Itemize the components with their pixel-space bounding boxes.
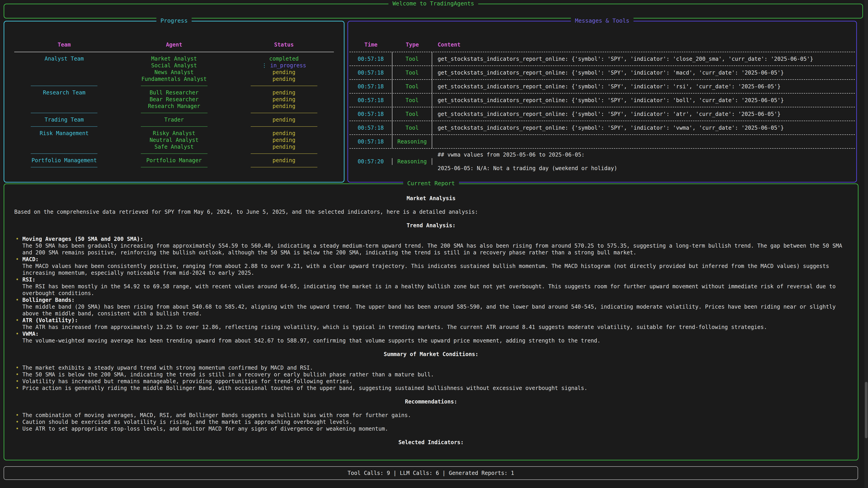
message-content: get_stockstats_indicators_report_online:… (432, 56, 855, 62)
report-intro: Based on the comprehensive data retrieve… (14, 208, 848, 215)
col-header-time: Time (349, 41, 393, 48)
progress-table: Team Agent Status Analyst Team Market An… (4, 22, 344, 170)
status-badge: ⋮in_progress (234, 62, 334, 69)
agent-name: Risky Analyst (114, 130, 234, 137)
agent-name: Neutral Analyst (114, 137, 234, 143)
list-item: ATR (Volatility): The ATR has increased … (14, 317, 848, 330)
report-heading-market-analysis: Market Analysis (14, 195, 848, 202)
welcome-banner: Welcome to TradingAgents (4, 4, 863, 19)
report-heading-recommendations: Recommendations: (14, 398, 848, 405)
team-name: Trading Team (14, 116, 114, 123)
table-row: 00:57:18 Tool get_stockstats_indicators_… (349, 94, 855, 107)
status-badge: pending (234, 143, 334, 150)
col-header-agent: Agent (114, 41, 234, 48)
messages-panel-title: Messages & Tools (571, 18, 633, 24)
table-row: 00:57:18 Tool get_stockstats_indicators_… (349, 107, 855, 121)
message-type: Reasoning (393, 135, 432, 148)
table-row: 00:57:18 Reasoning (349, 135, 855, 149)
progress-panel: Progress Team Agent Status Analyst Team … (4, 21, 344, 183)
message-content: get_stockstats_indicators_report_online:… (432, 125, 855, 131)
messages-table: Time Type Content 00:57:18 Tool get_stoc… (348, 22, 856, 174)
agent-name: Safe Analyst (114, 143, 234, 150)
group-separator (14, 123, 334, 130)
message-time: 00:57:18 (349, 135, 393, 148)
col-header-type: Type (393, 41, 432, 48)
message-time: 00:57:20 (349, 158, 393, 165)
list-item: RSI: The RSI has been mostly in the 54.9… (14, 276, 848, 297)
stats-text: Tool Calls: 9 | LLM Calls: 6 | Generated… (348, 470, 514, 477)
col-header-content: Content (432, 41, 855, 48)
agent-name: Portfolio Manager (114, 157, 234, 164)
status-badge: pending (234, 137, 334, 143)
status-badge: pending (234, 103, 334, 109)
table-row: Risk Management Risky Analyst pending (14, 130, 334, 137)
team-name: Risk Management (14, 130, 114, 137)
table-row: Research Team Bull Researcher pending (14, 89, 334, 96)
team-name: Research Team (14, 89, 114, 96)
agent-name: Social Analyst (114, 62, 234, 69)
message-type: Tool (393, 107, 432, 121)
list-item: Moving Averages (50 SMA and 200 SMA): Th… (14, 236, 848, 256)
group-separator (14, 83, 334, 89)
table-row: Neutral Analyst pending (14, 137, 334, 143)
progress-table-body: Analyst Team Market Analyst completed So… (14, 55, 334, 170)
message-content: get_stockstats_indicators_report_online:… (432, 97, 855, 104)
message-content: get_stockstats_indicators_report_online:… (432, 83, 855, 90)
message-type: Tool (393, 52, 432, 66)
stats-footer: Tool Calls: 9 | LLM Calls: 6 | Generated… (4, 466, 858, 480)
report-body: Market Analysis Based on the comprehensi… (4, 184, 858, 446)
scrollbar-thumb[interactable] (865, 382, 868, 438)
scrollbar-track[interactable] (864, 0, 868, 488)
table-row: Analyst Team Market Analyst completed (14, 55, 334, 62)
message-time: 00:57:18 (349, 66, 393, 79)
progress-panel-title: Progress (156, 18, 192, 24)
message-type: Reasoning (393, 158, 432, 165)
message-type: Tool (393, 80, 432, 93)
table-row: Social Analyst ⋮in_progress (14, 62, 334, 69)
summary-bullet-list: The market exhibits a steady upward tren… (14, 364, 848, 392)
agent-name: Trader (114, 116, 234, 123)
list-item: The market exhibits a steady upward tren… (14, 364, 848, 371)
list-item: The 50 SMA is below the 200 SMA, indicat… (14, 371, 848, 378)
status-badge: completed (234, 55, 334, 62)
report-panel-title: Current Report (403, 180, 459, 187)
group-separator (14, 164, 334, 170)
message-time: 00:57:18 (349, 107, 393, 121)
current-report-panel: Current Report Market Analysis Based on … (4, 184, 859, 460)
list-item: Use ATR to set appropriate stop-loss lev… (14, 425, 848, 432)
list-item: MACD: The MACD values have been consiste… (14, 256, 848, 276)
status-badge: pending (234, 157, 334, 164)
message-type: Tool (393, 121, 432, 134)
message-type: Tool (393, 94, 432, 107)
agent-name: Bull Researcher (114, 89, 234, 96)
message-time: 00:57:18 (349, 52, 393, 66)
col-header-team: Team (14, 41, 114, 48)
table-row: News Analyst pending (14, 69, 334, 76)
status-badge: pending (234, 89, 334, 96)
trend-bullet-list: Moving Averages (50 SMA and 200 SMA): Th… (14, 236, 848, 344)
table-row: Portfolio Management Portfolio Manager p… (14, 157, 334, 164)
table-row: Fundamentals Analyst pending (14, 76, 334, 83)
agent-name: Research Manager (114, 103, 234, 109)
status-badge: pending (234, 130, 334, 137)
spinner-icon: ⋮ (262, 62, 267, 69)
messages-table-header: Time Type Content (349, 41, 855, 52)
list-item: Bollinger Bands: The middle band (20 SMA… (14, 297, 848, 317)
list-item: Volatility has increased but remains man… (14, 378, 848, 385)
list-item: Caution should be exercised as volatilit… (14, 419, 848, 425)
agent-name: News Analyst (114, 69, 234, 76)
table-row: 00:57:18 Tool get_stockstats_indicators_… (349, 80, 855, 94)
col-header-status: Status (234, 41, 334, 48)
table-row: Safe Analyst pending (14, 143, 334, 150)
team-name: Analyst Team (14, 55, 114, 62)
group-separator (14, 150, 334, 157)
agent-name: Market Analyst (114, 55, 234, 62)
message-time: 00:57:18 (349, 121, 393, 134)
status-badge: pending (234, 76, 334, 83)
progress-table-header: Team Agent Status (14, 41, 334, 52)
message-content: ## vwma values from 2025-05-06 to 2025-0… (432, 151, 855, 172)
team-name: Portfolio Management (14, 157, 114, 164)
table-row: 00:57:18 Tool get_stockstats_indicators_… (349, 52, 855, 66)
message-time: 00:57:18 (349, 94, 393, 107)
group-separator (14, 109, 334, 116)
